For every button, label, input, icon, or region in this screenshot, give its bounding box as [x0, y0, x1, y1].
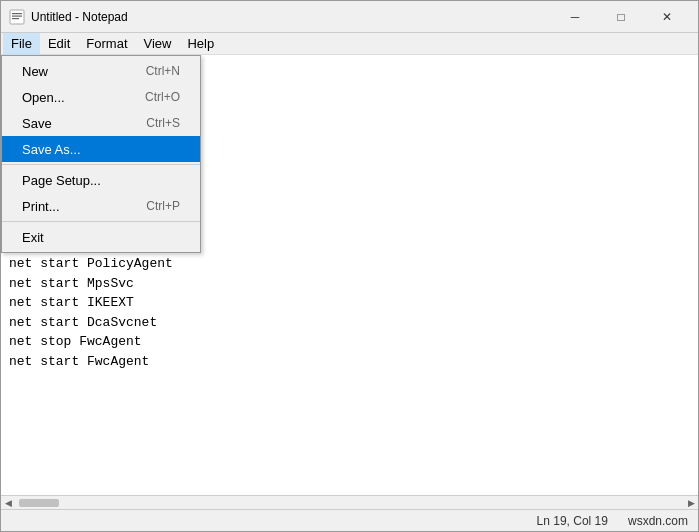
menu-new-label: New: [22, 64, 48, 79]
menu-exit-label: Exit: [22, 230, 44, 245]
menu-open-label: Open...: [22, 90, 65, 105]
cursor-position: Ln 19, Col 19: [537, 514, 608, 528]
menu-print-label: Print...: [22, 199, 60, 214]
window-title: Untitled - Notepad: [31, 10, 552, 24]
menu-save[interactable]: Save Ctrl+S: [2, 110, 200, 136]
menu-format[interactable]: Format: [78, 33, 135, 55]
svg-rect-1: [12, 13, 22, 14]
menu-save-label: Save: [22, 116, 52, 131]
menu-save-as-label: Save As...: [22, 142, 81, 157]
close-button[interactable]: ✕: [644, 1, 690, 33]
minimize-button[interactable]: ─: [552, 1, 598, 33]
menu-bar: File Edit Format View Help New Ctrl+N Op…: [1, 33, 698, 55]
window-controls: ─ □ ✕: [552, 1, 690, 33]
notepad-window: Untitled - Notepad ─ □ ✕ File Edit Forma…: [0, 0, 699, 532]
title-bar: Untitled - Notepad ─ □ ✕: [1, 1, 698, 33]
separator-1: [2, 164, 200, 165]
status-bar: Ln 19, Col 19 wsxdn.com: [1, 509, 698, 531]
menu-open-shortcut: Ctrl+O: [145, 90, 180, 104]
menu-new-shortcut: Ctrl+N: [146, 64, 180, 78]
scroll-track[interactable]: [15, 498, 684, 508]
svg-rect-3: [12, 18, 19, 19]
svg-rect-2: [12, 15, 22, 16]
menu-page-setup-label: Page Setup...: [22, 173, 101, 188]
scroll-left-arrow[interactable]: ◀: [1, 496, 15, 510]
menu-print[interactable]: Print... Ctrl+P: [2, 193, 200, 219]
menu-file[interactable]: File: [3, 33, 40, 55]
file-dropdown: New Ctrl+N Open... Ctrl+O Save Ctrl+S Sa…: [1, 55, 201, 253]
scroll-right-arrow[interactable]: ▶: [684, 496, 698, 510]
separator-2: [2, 221, 200, 222]
status-source: wsxdn.com: [628, 514, 688, 528]
app-icon: [9, 9, 25, 25]
menu-new[interactable]: New Ctrl+N: [2, 58, 200, 84]
menu-help[interactable]: Help: [179, 33, 222, 55]
menu-exit[interactable]: Exit: [2, 224, 200, 250]
menu-print-shortcut: Ctrl+P: [146, 199, 180, 213]
menu-page-setup[interactable]: Page Setup...: [2, 167, 200, 193]
menu-edit[interactable]: Edit: [40, 33, 78, 55]
horizontal-scrollbar[interactable]: ◀ ▶: [1, 495, 698, 509]
menu-view[interactable]: View: [136, 33, 180, 55]
svg-rect-0: [10, 10, 24, 24]
menu-save-as[interactable]: Save As...: [2, 136, 200, 162]
menu-save-shortcut: Ctrl+S: [146, 116, 180, 130]
scroll-thumb[interactable]: [19, 499, 59, 507]
menu-open[interactable]: Open... Ctrl+O: [2, 84, 200, 110]
maximize-button[interactable]: □: [598, 1, 644, 33]
